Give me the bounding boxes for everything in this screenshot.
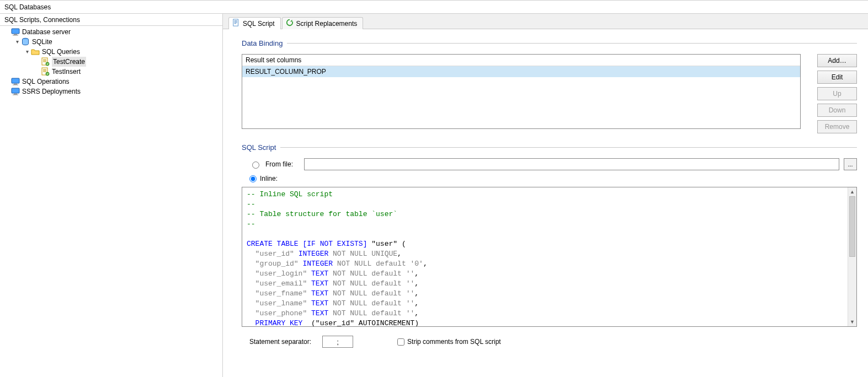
- window-title: SQL Databases: [0, 1, 868, 14]
- statement-separator-input[interactable]: [322, 336, 353, 348]
- inline-radio[interactable]: [249, 175, 257, 182]
- document-icon: [232, 19, 240, 28]
- tree[interactable]: ▸Database server▾SQLite▾SQL Queries▸Test…: [0, 26, 222, 377]
- tab-sqlscript[interactable]: SQL Script: [228, 17, 281, 29]
- sql-script-group: SQL Script From file: ... Inline:: [242, 143, 857, 348]
- strip-comments-label: Strip comments from SQL script: [407, 338, 501, 346]
- body: SQL Scripts, Connections ▸Database serve…: [0, 14, 868, 377]
- tab-label: Script Replacements: [296, 20, 358, 28]
- divider: [287, 43, 857, 44]
- tree-item-sqlite[interactable]: ▾SQLite: [0, 37, 222, 47]
- tree-item-dbserver[interactable]: ▸Database server: [0, 27, 222, 37]
- app-root: SQL Databases SQL Scripts, Connections ▸…: [0, 0, 868, 377]
- editor-scrollbar[interactable]: ▲ ▼: [848, 187, 856, 326]
- svg-rect-2: [13, 35, 18, 36]
- right-panel: SQL ScriptScript Replacements Data Bindi…: [223, 14, 868, 377]
- tree-item-ssrs[interactable]: ▸SSRS Deployments: [0, 87, 222, 96]
- tree-item-sqlops[interactable]: ▸SQL Operations: [0, 77, 222, 87]
- scroll-thumb[interactable]: [849, 196, 855, 257]
- from-file-radio[interactable]: [252, 161, 259, 169]
- monitor-icon: [11, 87, 20, 96]
- result-columns-list[interactable]: Result set columns RESULT_COLUMN_PROP: [242, 54, 801, 129]
- sql-editor-wrap: -- Inline SQL script -- -- Table structu…: [242, 187, 857, 327]
- tree-item-sqlq[interactable]: ▾SQL Queries: [0, 47, 222, 57]
- svg-rect-1: [14, 34, 17, 35]
- left-subtitle: SQL Scripts, Connections: [0, 14, 222, 26]
- tree-item-label: SQL Operations: [22, 77, 70, 87]
- monitor-icon: [11, 77, 20, 86]
- svg-rect-9: [14, 84, 17, 85]
- svg-rect-11: [12, 88, 19, 93]
- add-button[interactable]: Add…: [817, 54, 857, 67]
- from-file-label: From file:: [265, 160, 300, 168]
- data-binding-group: Data Binding Result set columns RESULT_C…: [242, 39, 857, 133]
- left-panel: SQL Scripts, Connections ▸Database serve…: [0, 14, 223, 377]
- tree-item-label: SSRS Deployments: [22, 87, 81, 96]
- up-button[interactable]: Up: [817, 87, 857, 100]
- tab-label: SQL Script: [243, 20, 275, 28]
- refresh-icon: [286, 19, 294, 28]
- svg-rect-10: [13, 85, 18, 85]
- tree-item-label: TestCreate: [52, 57, 86, 67]
- browse-button[interactable]: ...: [844, 158, 857, 170]
- folder-icon: [31, 47, 40, 56]
- tab-bar: SQL ScriptScript Replacements: [223, 14, 868, 29]
- scroll-track[interactable]: [848, 257, 856, 317]
- tab-screpl[interactable]: Script Replacements: [282, 17, 364, 29]
- tree-item-label: Database server: [22, 27, 71, 37]
- remove-button[interactable]: Remove: [817, 120, 857, 133]
- result-columns-buttons: Add… Edit Up Down Remove: [817, 54, 857, 133]
- script-icon: [41, 57, 50, 66]
- tree-item-label: SQL Queries: [42, 47, 80, 57]
- inline-label: Inline:: [260, 175, 278, 182]
- script-icon: [41, 67, 50, 76]
- edit-button[interactable]: Edit: [817, 71, 857, 84]
- svg-rect-13: [13, 95, 18, 95]
- tree-item-ti[interactable]: ▸TestInsert: [0, 67, 222, 77]
- tree-item-label: TestInsert: [52, 67, 81, 77]
- data-binding-title: Data Binding: [242, 39, 283, 47]
- tree-item-tc[interactable]: ▸TestCreate: [0, 57, 222, 67]
- from-file-input[interactable]: [304, 158, 839, 170]
- chevron-down-icon[interactable]: ▾: [23, 47, 31, 57]
- scroll-down-icon[interactable]: ▼: [848, 317, 856, 326]
- statement-separator-label: Statement separator:: [249, 338, 311, 346]
- monitor-icon: [11, 28, 20, 36]
- strip-comments-checkbox[interactable]: [397, 338, 404, 346]
- sql-script-title: SQL Script: [242, 143, 276, 152]
- svg-rect-12: [14, 94, 17, 95]
- chevron-down-icon[interactable]: ▾: [13, 37, 21, 47]
- svg-rect-0: [12, 29, 19, 34]
- sql-editor[interactable]: -- Inline SQL script -- -- Table structu…: [242, 187, 848, 326]
- result-columns-header: Result set columns: [242, 55, 800, 66]
- tree-item-label: SQLite: [32, 37, 52, 47]
- down-button[interactable]: Down: [817, 104, 857, 117]
- db-icon: [21, 37, 30, 46]
- divider: [280, 147, 857, 148]
- svg-rect-8: [12, 78, 19, 83]
- result-column-item[interactable]: RESULT_COLUMN_PROP: [242, 66, 800, 77]
- content-area: Data Binding Result set columns RESULT_C…: [223, 29, 868, 377]
- scroll-up-icon[interactable]: ▲: [848, 187, 856, 196]
